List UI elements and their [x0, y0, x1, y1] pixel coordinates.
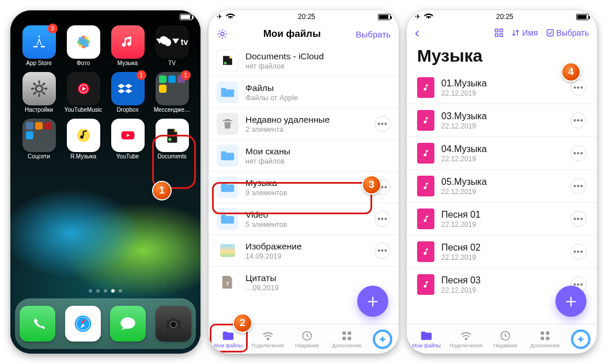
list-item[interactable]: Песня 0222.12.2019	[407, 235, 597, 268]
tab-label: Дополнения	[332, 343, 361, 348]
more-button[interactable]	[374, 211, 391, 227]
appstore-icon: 3	[22, 25, 56, 59]
dock-camera[interactable]	[156, 306, 191, 342]
svg-rect-36	[500, 34, 503, 37]
folder-icon	[420, 330, 433, 342]
badge: 3	[48, 24, 58, 33]
app-documents[interactable]: Documents	[152, 119, 192, 160]
svg-rect-34	[500, 29, 503, 32]
settings-icon[interactable]	[217, 28, 228, 40]
file-sub: нет файлов	[245, 62, 391, 70]
app-settings[interactable]: Настройки	[18, 72, 59, 113]
dock-messages[interactable]	[110, 306, 146, 342]
folder-messengers[interactable]: 1 Мессендже…	[152, 72, 192, 113]
more-button[interactable]	[570, 178, 586, 194]
svg-rect-42	[540, 336, 544, 340]
tab-browser[interactable]	[565, 324, 597, 354]
select-button[interactable]: Выбрать	[356, 29, 391, 39]
app-apple-music[interactable]: Музыка	[107, 25, 148, 66]
app-dropbox[interactable]: 1 Dropbox	[107, 72, 148, 113]
more-button[interactable]	[374, 242, 391, 259]
more-button[interactable]	[570, 145, 586, 161]
music-icon	[111, 25, 145, 59]
app-youtube-music[interactable]: YouTubeMusic	[63, 72, 104, 113]
youtube-music-icon	[67, 72, 100, 105]
list-item[interactable]: Песня 0122.12.2019	[407, 202, 597, 235]
svg-point-24	[221, 32, 224, 36]
row-files[interactable]: ФайлыФайлы от Apple	[209, 76, 399, 108]
wifi-icon	[262, 330, 274, 342]
svg-point-38	[465, 338, 467, 340]
step-callout-3: 3	[363, 176, 380, 194]
tab-addons[interactable]: Дополнения	[525, 324, 565, 354]
select-button[interactable]: Выбрать	[546, 28, 589, 37]
folder-icon	[217, 176, 239, 198]
fab-add-button[interactable]: ＋	[357, 286, 388, 317]
tab-recent[interactable]: Недавние	[287, 324, 327, 354]
folder-social[interactable]: Соцсети	[18, 119, 59, 160]
svg-rect-29	[342, 331, 346, 335]
app-appstore[interactable]: 3 App Store	[18, 25, 59, 66]
page-indicator[interactable]	[10, 289, 200, 293]
svg-text:T: T	[226, 281, 229, 287]
row-my-scans[interactable]: Мои сканынет файлов	[209, 139, 399, 171]
svg-rect-35	[495, 34, 498, 37]
app-photos[interactable]: Фото	[63, 25, 104, 66]
more-button[interactable]	[374, 116, 391, 132]
music-file-icon	[417, 176, 434, 196]
more-button[interactable]	[570, 112, 586, 128]
list-item[interactable]: 05.Музыка22.12.2019	[407, 169, 597, 202]
svg-point-25	[224, 62, 227, 65]
svg-point-23	[170, 321, 176, 328]
more-button[interactable]	[570, 211, 586, 227]
badge: 1	[137, 70, 146, 80]
trash-icon	[217, 113, 239, 135]
tab-label: Подключения	[251, 343, 284, 348]
music-file-icon	[417, 241, 434, 262]
tab-recent[interactable]: Недавние	[486, 324, 525, 354]
file-sub: …09.2019	[245, 284, 368, 292]
tab-connections[interactable]: Подключения	[248, 324, 288, 354]
app-label: Настройки	[25, 107, 53, 113]
file-sub: 22.12.2019	[441, 221, 563, 229]
clock-icon	[499, 330, 512, 342]
tab-label: Недавние	[494, 343, 517, 348]
row-video-folder[interactable]: Video5 элементов	[209, 203, 399, 234]
app-label: Музыка	[118, 60, 138, 66]
music-file-icon	[417, 110, 434, 131]
tab-label: Дополнения	[530, 343, 559, 348]
documents-cloud-icon	[217, 50, 239, 71]
tab-browser[interactable]	[366, 324, 399, 354]
row-recently-deleted[interactable]: Недавно удаленные2 элемента	[209, 108, 399, 139]
status-bar: ✈︎ 20:25	[407, 10, 597, 23]
file-sub: нет файлов	[245, 157, 391, 165]
file-sub: 5 элементов	[245, 221, 368, 229]
music-file-icon	[417, 208, 434, 229]
tab-my-files[interactable]: Мои файлы	[407, 324, 446, 354]
tab-connections[interactable]: Подключения	[446, 324, 486, 354]
gear-icon	[22, 72, 56, 105]
dock-phone[interactable]	[20, 306, 55, 342]
app-apple-tv[interactable]: tv TV	[152, 25, 192, 66]
music-file-icon	[417, 274, 434, 295]
file-name: Изображение	[245, 241, 368, 252]
app-yandex-music[interactable]: Я.Музыка	[63, 119, 104, 160]
back-button[interactable]: ‹	[415, 26, 419, 40]
grid-icon	[340, 330, 353, 342]
compass-icon	[571, 329, 591, 349]
tab-addons[interactable]: Дополнения	[327, 324, 367, 354]
more-button[interactable]	[570, 244, 586, 260]
list-item[interactable]: 03.Музыка22.12.2019	[407, 104, 597, 136]
wifi-icon	[424, 13, 433, 21]
wifi-icon	[226, 13, 235, 21]
more-button[interactable]	[570, 79, 586, 96]
view-grid-button[interactable]	[494, 28, 504, 37]
app-youtube[interactable]: YouTube	[107, 119, 148, 160]
photos-icon	[67, 25, 100, 59]
row-documents-icloud[interactable]: Documents - iCloudнет файлов	[209, 45, 399, 76]
row-image-file[interactable]: Изображение14.09.2019	[209, 234, 399, 266]
sort-button[interactable]: Имя	[512, 28, 538, 37]
fab-add-button[interactable]: ＋	[555, 286, 586, 317]
list-item[interactable]: 04.Музыка22.12.2019	[407, 136, 597, 169]
dock-safari[interactable]	[65, 306, 101, 342]
